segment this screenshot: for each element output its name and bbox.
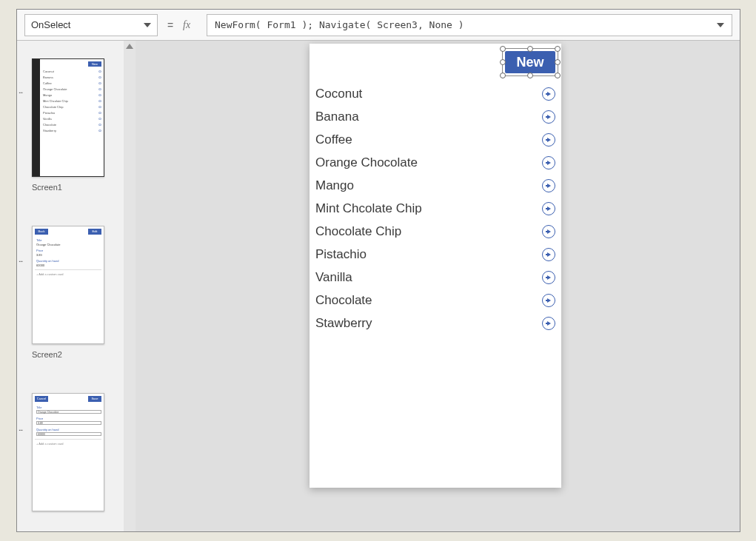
formula-input[interactable]: NewForm( Form1 ); Navigate( Screen3, Non… bbox=[207, 14, 732, 36]
list-item-label: Pistachio bbox=[315, 247, 367, 262]
list-item-label: Mint Chcolate Chip bbox=[315, 201, 422, 216]
list-item-label: Chocolate Chip bbox=[315, 224, 401, 239]
list-item-label: Coffee bbox=[315, 132, 352, 147]
screen-menu-dots[interactable]: ... bbox=[19, 87, 22, 95]
thumb-list-item: Mint Chcolate Chip bbox=[43, 99, 68, 103]
new-button[interactable]: New bbox=[505, 51, 555, 73]
arrow-right-icon[interactable] bbox=[542, 225, 555, 238]
list-item[interactable]: Mango bbox=[315, 174, 555, 197]
scrollbar[interactable] bbox=[124, 41, 136, 531]
thumb-new-button: New bbox=[88, 61, 101, 67]
list-item[interactable]: Banana bbox=[315, 105, 555, 128]
list-item[interactable]: Mint Chcolate Chip bbox=[315, 197, 555, 220]
list-item[interactable]: Coconut bbox=[315, 82, 555, 105]
property-selector[interactable]: OnSelect bbox=[24, 14, 158, 36]
thumbnail-screen2[interactable]: Back Edit Title Orange Chocolate Price 3… bbox=[32, 226, 104, 344]
arrow-right-icon[interactable] bbox=[542, 179, 555, 192]
list-item[interactable]: Chocolate bbox=[315, 289, 555, 312]
screen-menu-dots[interactable]: ... bbox=[19, 424, 22, 432]
list-item-label: Orange Chocolate bbox=[315, 155, 418, 170]
scroll-up-icon[interactable] bbox=[126, 44, 133, 49]
list-item[interactable]: Stawberry bbox=[315, 312, 555, 335]
thumbnail-label: Screen2 bbox=[32, 350, 62, 359]
thumbnail-screen1[interactable]: New CoconutBananaCoffeeOrange ChocolateM… bbox=[32, 58, 104, 177]
gallery: CoconutBananaCoffeeOrange ChocolateMango… bbox=[315, 82, 555, 335]
thumb-back-button: Back bbox=[35, 229, 48, 235]
thumb-list-item: Coconut bbox=[43, 70, 54, 73]
list-item-label: Coconut bbox=[315, 87, 362, 101]
formula-bar: OnSelect = fx NewForm( Form1 ); Navigate… bbox=[17, 10, 740, 41]
list-item-label: Mango bbox=[315, 178, 354, 193]
arrow-right-icon[interactable] bbox=[542, 271, 555, 284]
thumbnail-screen3[interactable]: Cancel Save Title Orange Chocolate Price… bbox=[32, 393, 104, 511]
arrow-right-icon[interactable] bbox=[542, 294, 555, 307]
resize-handle[interactable] bbox=[555, 73, 561, 78]
resize-handle[interactable] bbox=[527, 73, 533, 78]
thumb-cancel-button: Cancel bbox=[35, 396, 48, 402]
thumb-list-item: Orange Chocolate bbox=[43, 87, 67, 91]
list-item[interactable]: Orange Chocolate bbox=[315, 151, 555, 174]
thumb-list-item: Coffee bbox=[43, 81, 52, 85]
thumb-list-item: Pistachio bbox=[43, 111, 55, 115]
thumb-list-item: Mango bbox=[43, 93, 52, 97]
arrow-right-icon[interactable] bbox=[542, 133, 555, 147]
fx-icon: fx bbox=[183, 19, 199, 31]
arrow-right-icon[interactable] bbox=[542, 87, 555, 101]
list-item[interactable]: Chocolate Chip bbox=[315, 220, 555, 243]
thumb-list-item: Stawberry bbox=[43, 129, 56, 132]
canvas[interactable]: New CoconutBananaCoffeeOrange ChocolateM… bbox=[136, 41, 740, 531]
arrow-right-icon[interactable] bbox=[542, 110, 555, 124]
device-frame: New CoconutBananaCoffeeOrange ChocolateM… bbox=[310, 44, 561, 488]
screens-panel: ... New CoconutBananaCoffeeOrange Chocol… bbox=[17, 41, 136, 531]
chevron-down-icon bbox=[144, 23, 151, 27]
list-item[interactable]: Coffee bbox=[315, 128, 555, 151]
thumb-save-button: Save bbox=[88, 396, 101, 402]
formula-text: NewForm( Form1 ); Navigate( Screen3, Non… bbox=[215, 19, 464, 30]
new-button-label: New bbox=[516, 55, 543, 70]
list-item[interactable]: Pistachio bbox=[315, 243, 555, 266]
resize-handle[interactable] bbox=[555, 46, 561, 52]
thumb-edit-button: Edit bbox=[88, 229, 101, 235]
arrow-right-icon[interactable] bbox=[542, 156, 555, 169]
screen-menu-dots[interactable]: ... bbox=[19, 255, 22, 263]
arrow-right-icon[interactable] bbox=[542, 202, 555, 215]
thumb-list-item: Banana bbox=[43, 75, 53, 79]
thumb-list-item: Chocolate bbox=[43, 123, 56, 127]
thumb-list-item: Vanilla bbox=[43, 117, 52, 121]
resize-handle[interactable] bbox=[555, 59, 561, 65]
property-selector-value: OnSelect bbox=[31, 19, 70, 30]
equals-sign: = bbox=[165, 19, 175, 31]
arrow-right-icon[interactable] bbox=[542, 317, 555, 330]
resize-handle[interactable] bbox=[500, 73, 506, 78]
list-item[interactable]: Vanilla bbox=[315, 266, 555, 289]
chevron-down-icon[interactable] bbox=[717, 23, 724, 27]
list-item-label: Vanilla bbox=[315, 270, 352, 285]
list-item-label: Chocolate bbox=[315, 293, 372, 308]
arrow-right-icon[interactable] bbox=[542, 248, 555, 261]
thumb-list-item: Chocolate Chip bbox=[43, 105, 63, 109]
app-frame: OnSelect = fx NewForm( Form1 ); Navigate… bbox=[16, 9, 740, 532]
thumbnail-label: Screen1 bbox=[32, 183, 62, 192]
list-item-label: Stawberry bbox=[315, 316, 372, 331]
list-item-label: Banana bbox=[315, 110, 359, 124]
